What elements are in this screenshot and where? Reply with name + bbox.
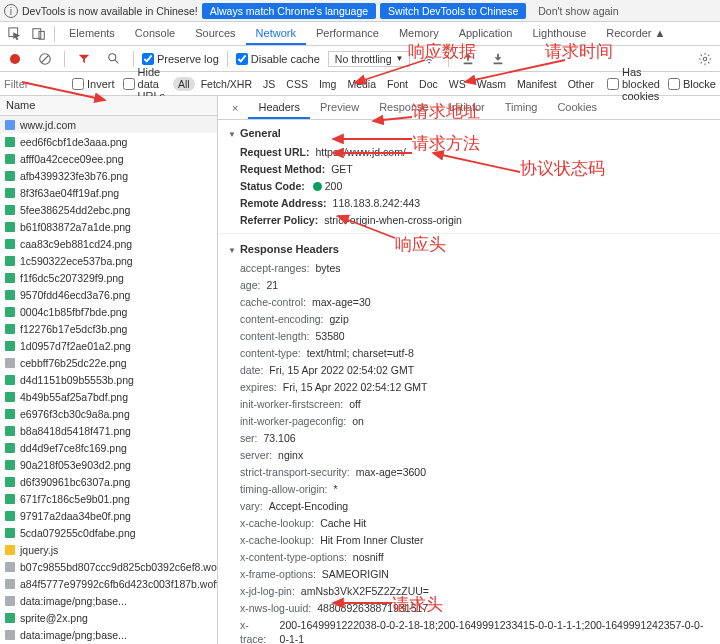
preserve-log-checkbox[interactable]: Preserve log	[142, 53, 219, 65]
request-row[interactable]: 90a218f053e903d2.png	[0, 456, 217, 473]
header-row: x-jd-log-pin:amNsb3VkX2F5Z2ZzZUU=	[228, 582, 710, 599]
name-column-header[interactable]: Name	[0, 96, 217, 116]
match-language-button[interactable]: Always match Chrome's language	[202, 3, 376, 19]
request-row[interactable]: e6976f3cb30c9a8a.png	[0, 405, 217, 422]
upload-icon[interactable]	[457, 49, 479, 69]
request-row[interactable]: d6f390961bc6307a.png	[0, 473, 217, 490]
request-row[interactable]: a84f5777e97992c6fb6d423c003f187b.woff	[0, 575, 217, 592]
type-filter-ws[interactable]: WS	[444, 77, 471, 91]
clear-icon[interactable]	[34, 49, 56, 69]
tab-application[interactable]: Application	[449, 23, 523, 45]
request-row[interactable]: f12276b17e5dcf3b.png	[0, 320, 217, 337]
request-row[interactable]: cebbff76b25dc22e.png	[0, 354, 217, 371]
request-row[interactable]: 1d0957d7f2ae01a2.png	[0, 337, 217, 354]
type-filter-fetchxhr[interactable]: Fetch/XHR	[196, 77, 257, 91]
request-row[interactable]: sprite@2x.png	[0, 609, 217, 626]
request-row[interactable]: 671f7c186c5e9b01.png	[0, 490, 217, 507]
request-list[interactable]: Name www.jd.comeed6f6cbf1de3aaa.pngafff0…	[0, 96, 218, 644]
filter-input[interactable]	[4, 78, 64, 90]
file-name: b07c9855bd807ccc9d825cb0392c6ef8.woff	[20, 561, 217, 573]
record-icon[interactable]	[4, 49, 26, 69]
request-row[interactable]: b8a8418d5418f471.png	[0, 422, 217, 439]
inspect-icon[interactable]	[4, 24, 26, 44]
header-row: age:21	[228, 276, 710, 293]
dont-show-button[interactable]: Don't show again	[530, 3, 626, 19]
request-row[interactable]: jquery.js	[0, 541, 217, 558]
disable-cache-checkbox[interactable]: Disable cache	[236, 53, 320, 65]
file-type-icon	[4, 408, 16, 420]
request-row[interactable]: 0004c1b85fbf7bde.png	[0, 303, 217, 320]
type-filter-media[interactable]: Media	[342, 77, 381, 91]
request-row[interactable]: d4d1151b09b5553b.png	[0, 371, 217, 388]
file-type-icon	[4, 561, 16, 573]
svg-rect-8	[464, 62, 473, 64]
blocked-requests-checkbox[interactable]: Blocke	[668, 78, 716, 90]
request-row[interactable]: b61f083872a7a1de.png	[0, 218, 217, 235]
invert-checkbox[interactable]: Invert	[72, 78, 115, 90]
file-name: cebbff76b25dc22e.png	[20, 357, 127, 369]
type-filter-manifest[interactable]: Manifest	[512, 77, 562, 91]
type-filter-js[interactable]: JS	[258, 77, 280, 91]
response-headers-title[interactable]: Response Headers	[228, 239, 710, 259]
tab-sources[interactable]: Sources	[185, 23, 245, 45]
tab-elements[interactable]: Elements	[59, 23, 125, 45]
type-filter-other[interactable]: Other	[563, 77, 599, 91]
request-row[interactable]: data:image/png;base...	[0, 626, 217, 643]
detail-tab-preview[interactable]: Preview	[310, 97, 369, 119]
request-row[interactable]: afff0a42cece09ee.png	[0, 150, 217, 167]
header-value: bytes	[315, 261, 340, 275]
tab-performance[interactable]: Performance	[306, 23, 389, 45]
filter-toggle-icon[interactable]	[73, 49, 95, 69]
detail-tab-headers[interactable]: Headers	[248, 97, 310, 119]
tab-memory[interactable]: Memory	[389, 23, 449, 45]
request-row[interactable]: 9570fdd46ecd3a76.png	[0, 286, 217, 303]
switch-chinese-button[interactable]: Switch DevTools to Chinese	[380, 3, 526, 19]
header-value: Accept-Encoding	[269, 499, 348, 513]
request-row[interactable]: 1c590322ece537ba.png	[0, 252, 217, 269]
tab-network[interactable]: Network	[246, 23, 306, 45]
type-filter-all[interactable]: All	[173, 77, 195, 91]
svg-rect-32	[5, 477, 15, 487]
general-section-title[interactable]: General	[228, 123, 710, 143]
language-msg: DevTools is now available in Chinese!	[22, 5, 198, 17]
svg-line-4	[42, 55, 49, 62]
type-filter-doc[interactable]: Doc	[414, 77, 443, 91]
request-row[interactable]: www.jd.com	[0, 116, 217, 133]
type-filter-img[interactable]: Img	[314, 77, 342, 91]
throttling-select[interactable]: No throttling▼	[328, 51, 411, 67]
detail-tab-initiator[interactable]: Initiator	[439, 97, 495, 119]
header-key: accept-ranges:	[240, 261, 309, 275]
header-value: gzip	[329, 312, 348, 326]
type-filter-font[interactable]: Font	[382, 77, 413, 91]
settings-gear-icon[interactable]	[694, 49, 716, 69]
request-row[interactable]: 8f3f63ae04ff19af.png	[0, 184, 217, 201]
header-row: x-nws-log-uuid:4880892638871931517	[228, 599, 710, 616]
detail-tab-response[interactable]: Response	[369, 97, 439, 119]
type-filter-wasm[interactable]: Wasm	[472, 77, 511, 91]
tab-console[interactable]: Console	[125, 23, 185, 45]
svg-rect-40	[5, 613, 15, 623]
download-icon[interactable]	[487, 49, 509, 69]
request-row[interactable]: afb4399323fe3b76.png	[0, 167, 217, 184]
request-row[interactable]: dd4d9ef7ce8fc169.png	[0, 439, 217, 456]
request-row[interactable]: f1f6dc5c207329f9.png	[0, 269, 217, 286]
detail-tab-cookies[interactable]: Cookies	[547, 97, 607, 119]
type-filter-css[interactable]: CSS	[281, 77, 313, 91]
request-row[interactable]: 5fee386254dd2ebc.png	[0, 201, 217, 218]
close-detail-icon[interactable]: ×	[226, 102, 244, 114]
header-row: accept-ranges:bytes	[228, 259, 710, 276]
request-row[interactable]: 4b49b55af25a7bdf.png	[0, 388, 217, 405]
header-row: date:Fri, 15 Apr 2022 02:54:02 GMT	[228, 361, 710, 378]
request-row[interactable]: caa83c9eb881cd24.png	[0, 235, 217, 252]
request-row[interactable]: b07c9855bd807ccc9d825cb0392c6ef8.woff	[0, 558, 217, 575]
request-row[interactable]: 97917a2daa34be0f.png	[0, 507, 217, 524]
file-type-icon	[4, 442, 16, 454]
request-row[interactable]: 5cda079255c0dfabe.png	[0, 524, 217, 541]
tab-lighthouse[interactable]: Lighthouse	[522, 23, 596, 45]
request-row[interactable]: data:image/png;base...	[0, 592, 217, 609]
request-row[interactable]: eed6f6cbf1de3aaa.png	[0, 133, 217, 150]
tab-recorder[interactable]: Recorder ▲	[596, 23, 675, 45]
network-conditions-icon[interactable]	[418, 49, 440, 69]
device-toggle-icon[interactable]	[28, 24, 50, 44]
detail-tab-timing[interactable]: Timing	[495, 97, 548, 119]
